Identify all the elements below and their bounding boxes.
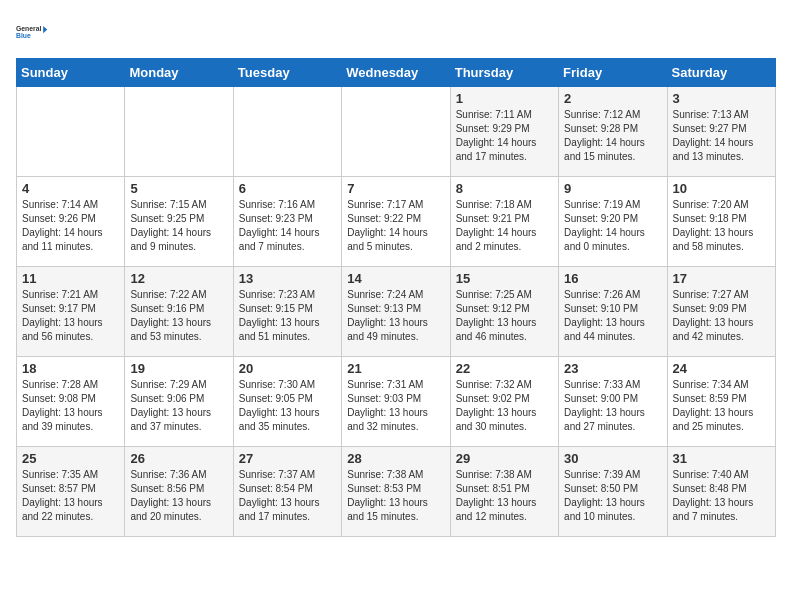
day-info: Sunrise: 7:27 AM Sunset: 9:09 PM Dayligh… [673,288,770,344]
calendar-cell: 18Sunrise: 7:28 AM Sunset: 9:08 PM Dayli… [17,357,125,447]
day-info: Sunrise: 7:18 AM Sunset: 9:21 PM Dayligh… [456,198,553,254]
weekday-header: Wednesday [342,59,450,87]
calendar-cell: 25Sunrise: 7:35 AM Sunset: 8:57 PM Dayli… [17,447,125,537]
calendar-cell: 22Sunrise: 7:32 AM Sunset: 9:02 PM Dayli… [450,357,558,447]
day-number: 11 [22,271,119,286]
day-info: Sunrise: 7:32 AM Sunset: 9:02 PM Dayligh… [456,378,553,434]
weekday-header: Thursday [450,59,558,87]
logo-icon: GeneralBlue [16,16,48,48]
day-info: Sunrise: 7:16 AM Sunset: 9:23 PM Dayligh… [239,198,336,254]
calendar-cell: 9Sunrise: 7:19 AM Sunset: 9:20 PM Daylig… [559,177,667,267]
calendar-cell: 29Sunrise: 7:38 AM Sunset: 8:51 PM Dayli… [450,447,558,537]
calendar-cell: 15Sunrise: 7:25 AM Sunset: 9:12 PM Dayli… [450,267,558,357]
day-number: 30 [564,451,661,466]
day-info: Sunrise: 7:34 AM Sunset: 8:59 PM Dayligh… [673,378,770,434]
day-number: 7 [347,181,444,196]
day-number: 19 [130,361,227,376]
day-info: Sunrise: 7:28 AM Sunset: 9:08 PM Dayligh… [22,378,119,434]
calendar-cell: 19Sunrise: 7:29 AM Sunset: 9:06 PM Dayli… [125,357,233,447]
day-info: Sunrise: 7:26 AM Sunset: 9:10 PM Dayligh… [564,288,661,344]
calendar-cell: 23Sunrise: 7:33 AM Sunset: 9:00 PM Dayli… [559,357,667,447]
day-number: 1 [456,91,553,106]
day-number: 23 [564,361,661,376]
day-info: Sunrise: 7:11 AM Sunset: 9:29 PM Dayligh… [456,108,553,164]
day-number: 14 [347,271,444,286]
day-number: 29 [456,451,553,466]
svg-text:Blue: Blue [16,32,31,39]
calendar-table: SundayMondayTuesdayWednesdayThursdayFrid… [16,58,776,537]
day-info: Sunrise: 7:21 AM Sunset: 9:17 PM Dayligh… [22,288,119,344]
calendar-cell: 5Sunrise: 7:15 AM Sunset: 9:25 PM Daylig… [125,177,233,267]
calendar-cell: 11Sunrise: 7:21 AM Sunset: 9:17 PM Dayli… [17,267,125,357]
calendar-cell: 24Sunrise: 7:34 AM Sunset: 8:59 PM Dayli… [667,357,775,447]
day-number: 15 [456,271,553,286]
day-number: 28 [347,451,444,466]
day-number: 4 [22,181,119,196]
calendar-cell: 12Sunrise: 7:22 AM Sunset: 9:16 PM Dayli… [125,267,233,357]
day-number: 10 [673,181,770,196]
calendar-cell [342,87,450,177]
page-header: GeneralBlue [16,16,776,48]
calendar-cell: 7Sunrise: 7:17 AM Sunset: 9:22 PM Daylig… [342,177,450,267]
calendar-cell: 20Sunrise: 7:30 AM Sunset: 9:05 PM Dayli… [233,357,341,447]
day-info: Sunrise: 7:38 AM Sunset: 8:53 PM Dayligh… [347,468,444,524]
day-info: Sunrise: 7:40 AM Sunset: 8:48 PM Dayligh… [673,468,770,524]
weekday-header: Monday [125,59,233,87]
day-number: 17 [673,271,770,286]
day-number: 24 [673,361,770,376]
calendar-cell: 10Sunrise: 7:20 AM Sunset: 9:18 PM Dayli… [667,177,775,267]
day-info: Sunrise: 7:12 AM Sunset: 9:28 PM Dayligh… [564,108,661,164]
day-number: 8 [456,181,553,196]
weekday-header: Saturday [667,59,775,87]
day-info: Sunrise: 7:17 AM Sunset: 9:22 PM Dayligh… [347,198,444,254]
calendar-cell: 26Sunrise: 7:36 AM Sunset: 8:56 PM Dayli… [125,447,233,537]
day-number: 2 [564,91,661,106]
day-number: 31 [673,451,770,466]
day-info: Sunrise: 7:39 AM Sunset: 8:50 PM Dayligh… [564,468,661,524]
calendar-cell: 28Sunrise: 7:38 AM Sunset: 8:53 PM Dayli… [342,447,450,537]
calendar-cell [125,87,233,177]
weekday-header: Friday [559,59,667,87]
calendar-cell: 16Sunrise: 7:26 AM Sunset: 9:10 PM Dayli… [559,267,667,357]
day-number: 6 [239,181,336,196]
day-info: Sunrise: 7:25 AM Sunset: 9:12 PM Dayligh… [456,288,553,344]
logo: GeneralBlue [16,16,48,48]
calendar-cell: 30Sunrise: 7:39 AM Sunset: 8:50 PM Dayli… [559,447,667,537]
day-info: Sunrise: 7:15 AM Sunset: 9:25 PM Dayligh… [130,198,227,254]
day-number: 16 [564,271,661,286]
day-number: 5 [130,181,227,196]
calendar-cell: 21Sunrise: 7:31 AM Sunset: 9:03 PM Dayli… [342,357,450,447]
calendar-cell: 27Sunrise: 7:37 AM Sunset: 8:54 PM Dayli… [233,447,341,537]
day-info: Sunrise: 7:29 AM Sunset: 9:06 PM Dayligh… [130,378,227,434]
calendar-cell: 2Sunrise: 7:12 AM Sunset: 9:28 PM Daylig… [559,87,667,177]
day-number: 25 [22,451,119,466]
day-info: Sunrise: 7:30 AM Sunset: 9:05 PM Dayligh… [239,378,336,434]
day-info: Sunrise: 7:37 AM Sunset: 8:54 PM Dayligh… [239,468,336,524]
day-number: 12 [130,271,227,286]
calendar-cell: 8Sunrise: 7:18 AM Sunset: 9:21 PM Daylig… [450,177,558,267]
day-info: Sunrise: 7:35 AM Sunset: 8:57 PM Dayligh… [22,468,119,524]
day-number: 9 [564,181,661,196]
day-number: 21 [347,361,444,376]
calendar-cell: 13Sunrise: 7:23 AM Sunset: 9:15 PM Dayli… [233,267,341,357]
calendar-cell [17,87,125,177]
day-number: 27 [239,451,336,466]
day-info: Sunrise: 7:14 AM Sunset: 9:26 PM Dayligh… [22,198,119,254]
day-info: Sunrise: 7:24 AM Sunset: 9:13 PM Dayligh… [347,288,444,344]
calendar-cell: 4Sunrise: 7:14 AM Sunset: 9:26 PM Daylig… [17,177,125,267]
day-number: 20 [239,361,336,376]
calendar-cell: 31Sunrise: 7:40 AM Sunset: 8:48 PM Dayli… [667,447,775,537]
day-number: 18 [22,361,119,376]
calendar-cell: 6Sunrise: 7:16 AM Sunset: 9:23 PM Daylig… [233,177,341,267]
day-number: 22 [456,361,553,376]
day-number: 26 [130,451,227,466]
day-info: Sunrise: 7:19 AM Sunset: 9:20 PM Dayligh… [564,198,661,254]
day-number: 13 [239,271,336,286]
calendar-cell: 3Sunrise: 7:13 AM Sunset: 9:27 PM Daylig… [667,87,775,177]
calendar-cell: 1Sunrise: 7:11 AM Sunset: 9:29 PM Daylig… [450,87,558,177]
day-info: Sunrise: 7:33 AM Sunset: 9:00 PM Dayligh… [564,378,661,434]
day-info: Sunrise: 7:22 AM Sunset: 9:16 PM Dayligh… [130,288,227,344]
svg-marker-2 [43,26,47,33]
day-number: 3 [673,91,770,106]
day-info: Sunrise: 7:38 AM Sunset: 8:51 PM Dayligh… [456,468,553,524]
